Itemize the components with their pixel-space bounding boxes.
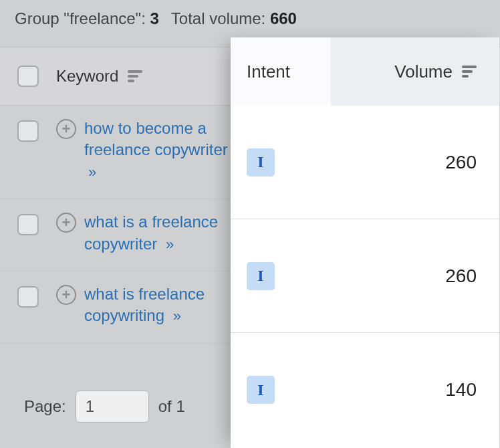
panel-row: I 260 [231,106,499,219]
chevrons-icon: » [88,164,94,181]
total-volume-label: Total volume: [171,9,265,27]
keyword-column-header[interactable]: Keyword [56,67,142,86]
keyword-link[interactable]: what is a freelance copywriter » [84,211,237,255]
sort-icon [128,70,142,82]
page-label: Page: [24,397,66,416]
panel-row: I 140 [231,333,499,447]
row-checkbox[interactable] [17,286,39,308]
sort-icon [462,66,477,78]
group-count: 3 [150,9,158,27]
expand-icon[interactable] [56,213,76,233]
chevrons-icon: » [166,236,171,253]
intent-badge: I [247,262,275,290]
volume-header-label: Volume [394,62,453,82]
columns-panel: Intent Volume I 260 I 260 I 140 [231,37,499,448]
panel-header: Intent Volume [231,37,499,106]
keyword-header-label: Keyword [56,67,118,86]
volume-column-header[interactable]: Volume [331,37,499,106]
select-all-checkbox[interactable] [17,66,39,87]
keyword-text: how to become a freelance copywriter [84,119,228,158]
intent-badge: I [247,148,275,177]
page-of-label: of 1 [158,397,185,416]
page-input[interactable] [76,390,149,423]
total-volume-value: 660 [270,9,297,27]
expand-icon[interactable] [56,119,76,139]
keyword-link[interactable]: what is freelance copywriting » [84,284,237,327]
keyword-link[interactable]: how to become a freelance copywriter » [84,118,237,183]
row-checkbox[interactable] [17,120,39,142]
keyword-text: what is freelance copywriting [84,285,205,324]
row-checkbox[interactable] [17,214,39,235]
intent-badge: I [247,376,275,404]
intent-column-header[interactable]: Intent [231,37,331,106]
expand-icon[interactable] [56,285,76,305]
volume-value: 140 [445,379,477,401]
summary-bar: Group "freelance": 3 Total volume: 660 [15,9,297,28]
keyword-text: what is a freelance copywriter [84,213,218,252]
panel-row: I 260 [231,219,499,333]
volume-value: 260 [445,265,477,287]
intent-header-label: Intent [247,62,290,82]
pagination: Page: of 1 [24,390,185,423]
group-label: Group "freelance": [15,9,146,27]
chevrons-icon: » [173,308,178,324]
volume-value: 260 [445,152,477,173]
